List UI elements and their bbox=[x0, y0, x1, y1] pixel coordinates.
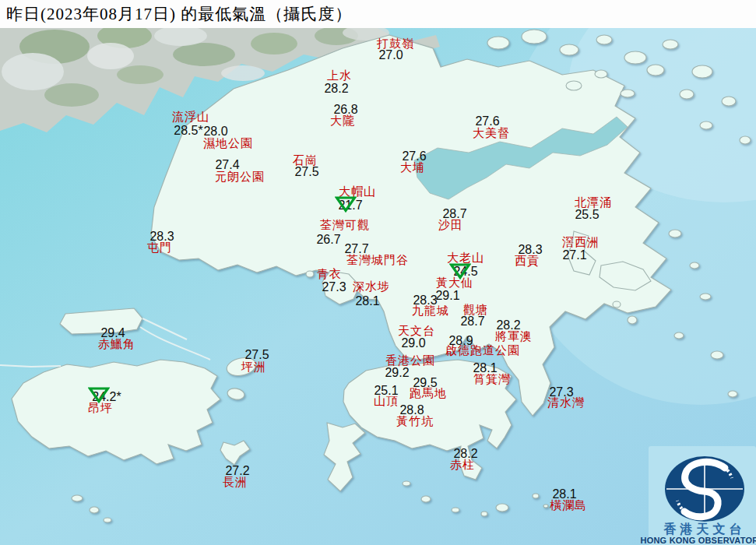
station-name: 大美督 bbox=[473, 128, 510, 139]
station-name: 流浮山 bbox=[172, 111, 209, 123]
station-min-temp-value: 28.5* bbox=[174, 125, 202, 137]
station-min-temp-value: 28.3 bbox=[413, 294, 437, 307]
station-min-temp-value: 27.3 bbox=[322, 281, 346, 294]
station-name: 荃灣可觀 bbox=[320, 220, 370, 231]
station-min-temp-value: 28.1 bbox=[552, 488, 576, 501]
station-name: 西貢 bbox=[515, 255, 540, 267]
station-min-temp-value: 28.9 bbox=[448, 335, 473, 347]
station-min-temp-value: 28.7 bbox=[442, 208, 466, 220]
station-name: 長洲 bbox=[223, 476, 248, 488]
station-min-temp-value: 27.7 bbox=[344, 243, 368, 255]
page-title: 昨日(2023年08月17日) 的最低氣溫（攝氏度） bbox=[6, 3, 352, 25]
station-name: 大隴 bbox=[330, 115, 355, 127]
station-min-temp-value: 28.2 bbox=[496, 319, 520, 332]
station-name: 荃灣城門谷 bbox=[346, 255, 409, 266]
station-name: 黃竹坑 bbox=[396, 416, 434, 427]
station-min-temp-value: 28.3 bbox=[149, 230, 174, 243]
station-name: 濕地公園 bbox=[203, 138, 253, 149]
station-name: 昂坪 bbox=[88, 403, 113, 414]
station-min-temp-value: 27.6 bbox=[475, 115, 499, 128]
station-min-temp-value: 27.0 bbox=[378, 49, 403, 62]
station-min-temp-value: 29.5 bbox=[413, 377, 437, 389]
ma-wan bbox=[306, 271, 314, 277]
title-bar: 昨日(2023年08月17日) 的最低氣溫（攝氏度） bbox=[0, 0, 756, 28]
station-name: 橫瀾島 bbox=[550, 500, 587, 512]
station-min-temp-value: 26.8 bbox=[333, 104, 357, 116]
station-name: 天文台 bbox=[398, 325, 435, 337]
min-temp-triangle-icon bbox=[449, 262, 471, 280]
station-name: 筲箕灣 bbox=[473, 374, 511, 385]
station-name: 滘西洲 bbox=[562, 237, 600, 248]
hong-kong-map bbox=[0, 0, 756, 545]
station-min-temp-value: 25.1 bbox=[374, 385, 398, 397]
station-min-temp-value: 28.1 bbox=[355, 295, 379, 308]
station-min-temp-value: 27.5 bbox=[294, 166, 318, 178]
station-min-temp-value: 29.2 bbox=[385, 367, 409, 379]
min-temp-triangle-icon bbox=[88, 386, 110, 404]
station-min-temp-value: 28.0 bbox=[203, 125, 227, 138]
station-min-temp-value: 27.2 bbox=[225, 465, 249, 477]
station-name: 大埔 bbox=[400, 162, 425, 174]
station-min-temp-value: 29.1 bbox=[435, 290, 459, 302]
station-name: 上水 bbox=[327, 70, 352, 82]
station-name: 沙田 bbox=[438, 220, 463, 231]
station-min-temp-value: 27.6 bbox=[402, 150, 426, 163]
station-min-temp-value: 26.7 bbox=[316, 234, 340, 246]
station-name: 青衣 bbox=[317, 269, 342, 280]
weather-map-screen: 昨日(2023年08月17日) 的最低氣溫（攝氏度） 打鼓嶺27.0上水28.2… bbox=[0, 0, 756, 545]
station-min-temp-value: 28.3 bbox=[518, 244, 542, 256]
station-min-temp-value: 25.5 bbox=[575, 209, 599, 221]
station-min-temp-value: 29.4 bbox=[100, 327, 125, 339]
station-name: 赤柱 bbox=[450, 459, 475, 471]
station-min-temp-value: 28.2 bbox=[453, 448, 477, 460]
hko-logo-english-name: HONG KONG OBSERVATORY bbox=[641, 536, 756, 545]
station-min-temp-value: 28.8 bbox=[399, 404, 424, 417]
station-name: 屯門 bbox=[147, 242, 172, 254]
station-name: 北潭涌 bbox=[575, 197, 612, 209]
station-name: 赤鱲角 bbox=[98, 339, 135, 350]
station-min-temp-value: 27.3 bbox=[549, 386, 573, 399]
station-min-temp-value: 28.7 bbox=[460, 315, 484, 328]
min-temp-triangle-icon bbox=[335, 195, 357, 213]
station-min-temp-value: 27.1 bbox=[562, 249, 586, 262]
station-min-temp-value: 29.0 bbox=[401, 337, 425, 350]
station-name: 將軍澳 bbox=[495, 331, 533, 343]
station-min-temp-value: 27.4 bbox=[215, 159, 239, 171]
station-name: 坪洲 bbox=[241, 361, 266, 373]
station-min-temp-value: 28.2 bbox=[324, 83, 348, 95]
station-min-temp-value: 28.1 bbox=[473, 362, 497, 374]
station-min-temp-value: 27.5 bbox=[244, 349, 269, 361]
station-name: 元朗公園 bbox=[215, 171, 265, 183]
station-name: 深水埗 bbox=[353, 281, 390, 293]
station-name: 香港公園 bbox=[385, 355, 435, 367]
